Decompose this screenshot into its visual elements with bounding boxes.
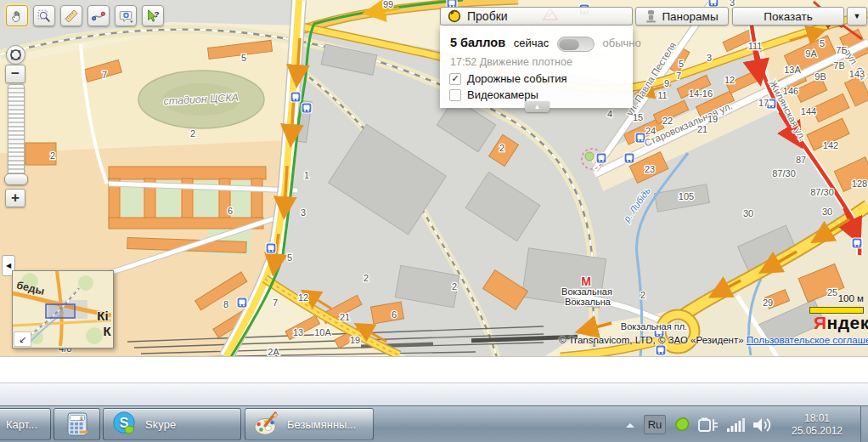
traffic-light-icon — [448, 9, 461, 23]
map-label: 9В — [814, 71, 826, 82]
bus-stop-icon[interactable] — [266, 243, 276, 253]
map-label: 21 — [340, 312, 350, 322]
paint-icon — [253, 411, 280, 437]
layers-dropdown-button[interactable]: ▼ — [847, 7, 867, 26]
copyright-text: © Transnavicom, LTD, © ЗАО «Резидент» — [559, 335, 744, 345]
minimap-viewport-rect[interactable] — [46, 304, 75, 318]
map-label: 13 — [293, 327, 303, 337]
map-label: 23 — [645, 164, 655, 174]
taskbar-item-calculator[interactable]: 0 — [54, 408, 100, 440]
panoramas-label: Панорамы — [662, 10, 718, 23]
zoom-slider-thumb[interactable] — [4, 173, 28, 185]
traffic-usual-label: обычно — [603, 37, 641, 49]
map-label: 12 — [724, 75, 735, 85]
bus-stop-icon[interactable] — [624, 153, 634, 163]
route-tool-button[interactable] — [87, 5, 110, 26]
map-label: 3 — [707, 53, 712, 63]
map-label: 19 — [350, 335, 360, 345]
geolocation-button[interactable] — [6, 45, 25, 65]
zoom-in-button[interactable]: + — [5, 189, 25, 207]
panoramas-button[interactable]: Панорамы — [635, 7, 729, 26]
bus-stop-icon[interactable] — [656, 345, 666, 355]
map-canvas[interactable]: ул. Павла ПестеляСтаровокзальная ул.Жиля… — [0, 0, 868, 357]
add-placemark-button[interactable] — [115, 5, 137, 26]
clock-date: 25.05.2012 — [781, 425, 854, 438]
route-icon — [91, 8, 106, 24]
taskbar-item-maps[interactable]: Карт... — [0, 408, 51, 440]
map-label: 13А — [784, 65, 801, 75]
yandex-logo[interactable]: Яндекс — [814, 313, 868, 333]
volume-icon[interactable] — [752, 416, 772, 434]
skype-icon: S — [111, 411, 138, 438]
map-label: 6 — [392, 309, 397, 320]
road-events-checkbox[interactable]: ✓ — [449, 73, 461, 85]
scale-label: 100 м — [804, 293, 864, 303]
map-label: 5 — [679, 59, 684, 69]
magnifier-icon — [37, 8, 52, 24]
traffic-button[interactable]: Пробки — [440, 7, 633, 26]
minimap-resize-button[interactable]: ↙ — [14, 332, 31, 347]
tray-skype-status-icon[interactable] — [674, 416, 690, 434]
ruler-tool-button[interactable] — [60, 5, 82, 26]
clock-time: 18:01 — [781, 412, 854, 425]
bus-stop-icon[interactable] — [302, 103, 312, 113]
minimap[interactable]: бедыКіК ↙ — [12, 270, 114, 348]
map-label: 5 — [287, 252, 292, 263]
map-copyright: © Transnavicom, LTD, © ЗАО «Резидент» По… — [559, 335, 868, 345]
language-indicator[interactable]: Ru — [644, 415, 666, 434]
bus-stop-icon[interactable] — [852, 238, 862, 248]
map-viewport[interactable]: ул. Павла ПестеляСтаровокзальная ул.Жиля… — [0, 0, 868, 357]
map-label: 128 — [852, 178, 867, 189]
map-label: 17 — [758, 98, 769, 108]
map-label: 2 — [364, 273, 369, 283]
calculator-icon: 0 — [66, 411, 88, 437]
panel-collapse-tab[interactable]: ▲ — [525, 101, 550, 112]
map-label: 99 — [383, 0, 393, 9]
map-label: 144 — [801, 106, 816, 116]
help-pointer-button[interactable]: ? — [142, 5, 164, 26]
battery-icon[interactable] — [697, 416, 719, 434]
traffic-now-usual-toggle[interactable] — [557, 37, 595, 52]
tray-expand-button[interactable] — [624, 421, 636, 429]
svg-text:0: 0 — [80, 416, 82, 421]
cameras-checkbox[interactable] — [449, 89, 461, 101]
map-label: 105 — [679, 191, 694, 201]
taskbar-item-paint[interactable]: Безымянны... — [245, 408, 374, 440]
paint-status-bar — [0, 382, 868, 406]
license-link[interactable]: Пользовательское соглашение — [747, 335, 868, 345]
map-label: 7 — [676, 71, 681, 81]
show-desktop-button[interactable] — [860, 406, 868, 442]
map-label: 3 — [301, 207, 306, 218]
help-cursor-icon: ? — [145, 8, 161, 24]
show-button[interactable]: Показать — [732, 7, 844, 26]
map-label: 15 — [633, 112, 643, 122]
map-label: 7 — [102, 70, 107, 80]
map-label: Вокзальная пл. — [621, 321, 687, 332]
bus-stop-icon[interactable] — [596, 153, 606, 163]
zoom-slider-track[interactable] — [8, 84, 25, 178]
cameras-label: Видеокамеры — [467, 88, 538, 101]
map-label: М — [581, 275, 591, 288]
show-label: Показать — [764, 10, 812, 23]
traffic-now-label: сейчас — [514, 37, 550, 49]
map-label: Кі — [97, 309, 108, 323]
map-label: 87 — [796, 155, 806, 165]
map-label: 1 — [304, 170, 309, 180]
map-label: 7Б — [836, 45, 847, 55]
pan-tool-button[interactable] — [6, 5, 28, 26]
magnifier-select-button[interactable] — [33, 5, 55, 26]
map-label: 2 — [50, 150, 55, 161]
map-label: 11 — [657, 90, 667, 100]
network-signal-icon[interactable] — [726, 417, 745, 433]
bus-stop-icon[interactable] — [290, 92, 301, 102]
bus-stop-icon[interactable] — [708, 0, 719, 7]
hand-icon — [9, 8, 25, 24]
taskbar-clock[interactable]: 18:01 25.05.2012 — [781, 412, 854, 438]
map-label: 143 — [849, 69, 865, 79]
desktop: ул. Павла ПестеляСтаровокзальная ул.Жиля… — [0, 0, 868, 442]
taskbar-item-skype[interactable]: S Skype — [103, 408, 241, 440]
bus-stop-icon[interactable] — [237, 298, 247, 308]
map-label: 10А — [314, 327, 331, 337]
zoom-out-button[interactable]: − — [5, 65, 25, 83]
traffic-status: 17:52 Движение плотное — [450, 56, 572, 68]
